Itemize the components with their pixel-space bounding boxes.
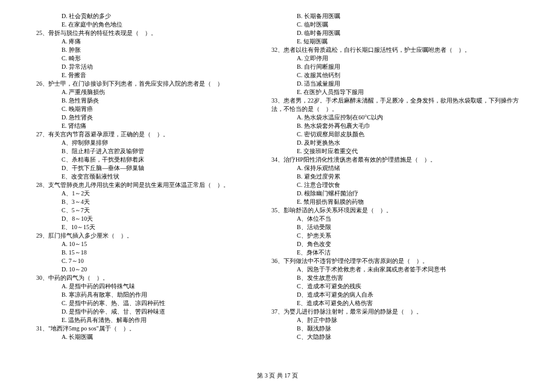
q29-c: C. 7～10	[36, 257, 259, 265]
q32-d: D. 适当减量服用	[271, 80, 519, 88]
opt-d: D. 临时备用医嘱	[271, 29, 519, 37]
q26-b: B. 急性胃肠炎	[36, 96, 259, 105]
q29: 29、肛门排气插入多少厘米（ ）。	[36, 232, 259, 240]
q37-b: B、颞浅静脉	[271, 324, 519, 333]
q26-e: E. 肾结痛	[36, 122, 259, 130]
q30: 30、中药的四气为（ ）。	[36, 274, 259, 282]
q28-c: C、5～7天	[36, 206, 259, 215]
q27-e: E、改变宫颈黏液性状	[36, 172, 259, 181]
q33-d: D. 及时更换热水	[271, 139, 519, 147]
page-footer: 第 3 页 共 17 页	[0, 368, 555, 380]
q25-c: C. 畸形	[36, 54, 259, 63]
q26-d: D. 急性肾炎	[36, 113, 259, 122]
q33-a: A. 热水袋水温应控制在60°C以内	[271, 113, 519, 122]
q27-d: D、干扰下丘脑—垂体—卵巢轴	[36, 164, 259, 172]
q36-b: B、发生故意伤害	[271, 274, 519, 282]
q29-b: B. 15～18	[36, 248, 259, 257]
q28-a: A、1～2天	[36, 189, 259, 198]
opt-e: E. 短期医嘱	[271, 37, 519, 46]
q34-a: A. 保持乐观情绪	[271, 164, 519, 172]
q27-c: C、杀精毒胚，干扰受精卵着床	[36, 156, 259, 164]
q34-d: D. 根除幽门螺杆菌治疗	[271, 189, 519, 198]
q33-b: B. 热水袋套外再包裹大毛巾	[271, 122, 519, 130]
q37-a: A、肘正中静脉	[271, 316, 519, 324]
q32-e: E. 在医护人员指导下服用	[271, 88, 519, 96]
q34-e: E. 禁用损伤胃黏膜的药物	[271, 198, 519, 206]
right-column: B. 长期备用医嘱 C. 临时医嘱 D. 临时备用医嘱 E. 短期医嘱 32、患…	[265, 12, 525, 368]
q26-c: C. 晚期胃癌	[36, 105, 259, 113]
q34-c: C. 注意合理饮食	[271, 181, 519, 189]
q25-e: E. 骨擦音	[36, 71, 259, 80]
q32-b: B. 自行间断服用	[271, 63, 519, 71]
q35-e: E、身体不洁	[271, 248, 519, 257]
q28-e: E、10～15天	[36, 223, 259, 232]
q26: 26、护士甲，在门诊接诊到下列患者，首先应安排入院的患者是（ ）	[36, 80, 259, 88]
q33-c: C. 密切观察局部皮肤颜色	[271, 130, 519, 139]
q29-d: D. 10～20	[36, 265, 259, 274]
q28-d: D、8～10天	[36, 215, 259, 223]
q35-d: D、角色改变	[271, 240, 519, 248]
left-column: D. 社会贡献的多少 E. 在家庭中的角色地位 25、骨折与脱位共有的特征性表现…	[30, 12, 265, 368]
q27-a: A、抑制卵巢排卵	[36, 139, 259, 147]
q32-c: C. 改服其他钙剂	[271, 71, 519, 80]
q36-a: A、因急于手术抢救患者，未由家属或患者签手术同意书	[271, 265, 519, 274]
q36-d: D、造成本可避免的病人自杀	[271, 291, 519, 299]
q34-b: B. 避免过度劳累	[271, 172, 519, 181]
q28: 28、支气管肺炎患儿停用抗生素的时间是抗生素用至体温正常后（ ）。	[36, 181, 259, 189]
q30-d: D. 是指中药的辛、咸、甘、苦四种味道	[36, 308, 259, 316]
q33-e: E. 交接班时应着重交代	[271, 147, 519, 156]
q33: 33、患者男，22岁。手术后麻醉未清醒，手足厥冷，全身发抖，欲用热水袋取暖，下列…	[271, 96, 519, 105]
q25-d: D. 异常活动	[36, 63, 259, 71]
opt-d: D. 社会贡献的多少	[36, 12, 259, 21]
q25-b: B. 肿胀	[36, 46, 259, 54]
q35: 35、影响舒适的人际关系环境因素是（ ）。	[271, 206, 519, 215]
q30-a: A. 是指中药的四种特殊气味	[36, 282, 259, 291]
q36-c: C、造成本可避免的残疾	[271, 282, 519, 291]
q30-c: C. 是指中药的寒、热、温、凉四种药性	[36, 299, 259, 308]
q31-a: A. 长期医嘱	[36, 333, 259, 341]
q37-c: C、大隐静脉	[271, 333, 519, 341]
q33-cont: 法，不恰当的是（ ）。	[271, 105, 519, 113]
q27: 27、有关宫内节育器避孕原理，正确的是（ ）。	[36, 130, 259, 139]
opt-b: B. 长期备用医嘱	[271, 12, 519, 21]
page-content: D. 社会贡献的多少 E. 在家庭中的角色地位 25、骨折与脱位共有的特征性表现…	[0, 0, 555, 368]
q35-b: B、活动受限	[271, 223, 519, 232]
q36: 36、下列做法中不违背护理伦理学不伤害原则的是（ ）。	[271, 257, 519, 265]
q32: 32、患者以往有骨质疏松，自行长期口服活性钙，护士应嘱咐患者（ ）。	[271, 46, 519, 54]
q30-b: B. 寒凉药具有散寒、助阳的作用	[36, 291, 259, 299]
q28-b: B、3～4天	[36, 198, 259, 206]
q36-e: E、造成本可避免的人格伤害	[271, 299, 519, 308]
q35-c: C、护患关系	[271, 232, 519, 240]
opt-e: E. 在家庭中的角色地位	[36, 21, 259, 29]
q27-b: B、阻止精子进入宫腔及输卵管	[36, 147, 259, 156]
q31: 31、"地西泮5mg po sos"属于（ ）。	[36, 324, 259, 333]
q29-a: A. 10～15	[36, 240, 259, 248]
opt-c: C. 临时医嘱	[271, 21, 519, 29]
q30-e: E. 温热药具有清热、解毒的作用	[36, 316, 259, 324]
q34: 34、治疗HP阳性消化性溃疡患者最有效的护理措施是（ ）。	[271, 156, 519, 164]
q26-a: A. 严重颅脑损伤	[36, 88, 259, 96]
q32-a: A. 立即停用	[271, 54, 519, 63]
q25: 25、骨折与脱位共有的特征性表现是（ ）。	[36, 29, 259, 37]
q35-a: A、体位不当	[271, 215, 519, 223]
q37: 37、为婴儿进行静脉注射时，最常采用的静脉是（ ）。	[271, 308, 519, 316]
q25-a: A. 疼痛	[36, 37, 259, 46]
